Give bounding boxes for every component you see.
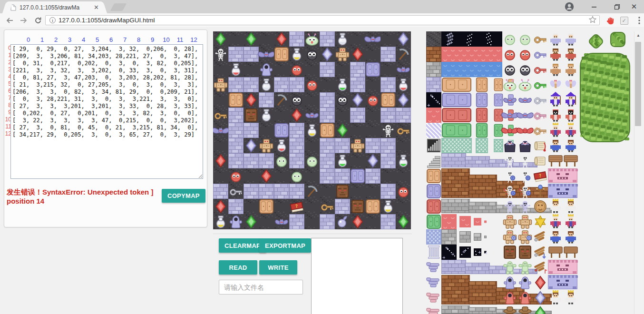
- tileset-scrollbar[interactable]: ▲: [634, 31, 642, 314]
- col-header-5: 5: [90, 36, 104, 43]
- matrix-panel: 0123456789101112 0123456789101112 发生错误！S…: [4, 29, 207, 227]
- col-header-2: 2: [49, 36, 63, 43]
- new-tab-button[interactable]: [110, 3, 127, 11]
- tab-title-fade: [81, 3, 91, 13]
- col-header-10: 10: [159, 36, 173, 43]
- check-extension-icon[interactable]: ✓: [618, 15, 630, 26]
- export-output-box[interactable]: [311, 238, 403, 314]
- col-header-3: 3: [63, 36, 77, 43]
- close-button[interactable]: ✕: [624, 0, 644, 13]
- scrollbar-up-icon[interactable]: ▲: [634, 33, 642, 38]
- url-text: 127.0.0.1:1055/drawMapGUI.html: [59, 17, 155, 24]
- col-header-12: 12: [187, 36, 201, 43]
- tab-title: 127.0.0.1:1055/drawMa: [20, 4, 86, 11]
- col-header-0: 0: [21, 36, 35, 43]
- read-button[interactable]: READ: [219, 260, 257, 275]
- col-header-8: 8: [132, 36, 146, 43]
- page-favicon-icon: [10, 4, 16, 11]
- page-info-icon[interactable]: i: [49, 17, 56, 23]
- reload-button[interactable]: [32, 15, 44, 26]
- forward-button[interactable]: [18, 15, 29, 26]
- bookmark-star-icon[interactable]: [589, 16, 596, 25]
- hand-extension-icon[interactable]: [605, 15, 616, 26]
- col-header-6: 6: [104, 36, 118, 43]
- divider-line: [213, 234, 412, 234]
- filename-input[interactable]: [219, 280, 303, 294]
- error-message: 发生错误！SyntaxError: Unexpected token ] pos…: [7, 187, 164, 206]
- matrix-textarea[interactable]: [10, 44, 203, 179]
- menu-icon[interactable]: [634, 15, 644, 26]
- browser-tab[interactable]: 127.0.0.1:1055/drawMa ✕: [8, 1, 102, 13]
- exportmap-button[interactable]: EXPORTMAP: [259, 238, 311, 253]
- tileset-canvas[interactable]: [426, 31, 633, 314]
- write-button[interactable]: WRITE: [259, 260, 297, 275]
- col-header-7: 7: [118, 36, 132, 43]
- back-button[interactable]: [4, 15, 15, 26]
- col-header-4: 4: [77, 36, 90, 43]
- minimize-button[interactable]: [584, 0, 604, 13]
- scrollbar-thumb[interactable]: [635, 42, 641, 126]
- page-content: 0123456789101112 0123456789101112 发生错误！S…: [0, 27, 644, 314]
- col-header-11: 11: [173, 36, 187, 43]
- url-bar[interactable]: i 127.0.0.1:1055/drawMapGUI.html: [45, 15, 600, 25]
- copymap-button[interactable]: COPYMAP: [162, 189, 205, 203]
- map-canvas[interactable]: [213, 31, 411, 229]
- col-header-9: 9: [146, 36, 159, 43]
- tab-bar: 127.0.0.1:1055/drawMa ✕ ✕: [0, 0, 644, 13]
- profile-icon[interactable]: [559, 0, 579, 13]
- tab-close-icon[interactable]: ✕: [94, 4, 99, 10]
- browser-window: 127.0.0.1:1055/drawMa ✕ ✕ i 127.0.0.1:10…: [0, 0, 644, 314]
- col-header-1: 1: [35, 36, 49, 43]
